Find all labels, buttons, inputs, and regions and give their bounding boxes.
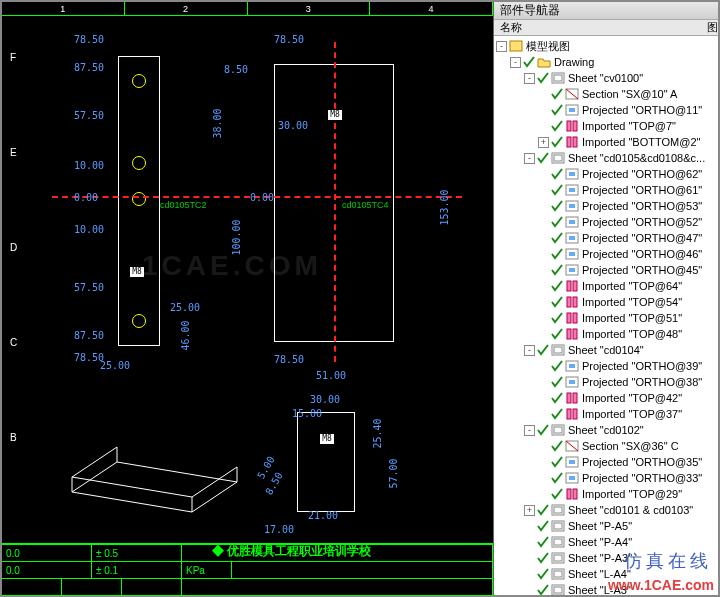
proj-icon: [565, 376, 579, 388]
tree-row[interactable]: Projected "ORTHO@38": [496, 374, 718, 390]
tree-row[interactable]: Projected "ORTHO@53": [496, 198, 718, 214]
tree-label: Sheet "cd0101 & cd0103": [568, 504, 693, 516]
tree-label: Projected "ORTHO@35": [582, 456, 702, 468]
proj-icon: [565, 168, 579, 180]
expander-icon[interactable]: -: [524, 73, 535, 84]
sheet-icon: [551, 568, 565, 580]
tree-row[interactable]: Imported "TOP@54": [496, 294, 718, 310]
check-icon[interactable]: [551, 248, 563, 260]
tree-row[interactable]: +Imported "BOTTOM@2": [496, 134, 718, 150]
proj-icon: [565, 216, 579, 228]
grid-row-label: D: [10, 242, 17, 253]
check-icon[interactable]: [551, 472, 563, 484]
tree-row[interactable]: -Sheet "cd0105&cd0108&c...: [496, 150, 718, 166]
check-icon[interactable]: [551, 168, 563, 180]
tree-row[interactable]: Imported "TOP@29": [496, 486, 718, 502]
imp-icon: [565, 328, 579, 340]
check-icon[interactable]: [537, 536, 549, 548]
check-icon[interactable]: [551, 296, 563, 308]
imp-icon: [565, 296, 579, 308]
tree-row[interactable]: Imported "TOP@37": [496, 406, 718, 422]
imp-icon: [565, 488, 579, 500]
tree-row[interactable]: Imported "TOP@64": [496, 278, 718, 294]
tree-label: Projected "ORTHO@46": [582, 248, 702, 260]
check-icon[interactable]: [537, 552, 549, 564]
check-icon[interactable]: [537, 424, 549, 436]
tree[interactable]: -模型视图-Drawing-Sheet "cv0100"Section "SX@…: [494, 36, 718, 595]
check-icon[interactable]: [551, 104, 563, 116]
tree-row[interactable]: Projected "ORTHO@47": [496, 230, 718, 246]
dim: 25.00: [100, 360, 130, 371]
check-icon[interactable]: [551, 88, 563, 100]
check-icon[interactable]: [551, 328, 563, 340]
check-icon[interactable]: [523, 56, 535, 68]
check-icon[interactable]: [551, 456, 563, 468]
sheet-icon: [551, 520, 565, 532]
tree-row[interactable]: Section "SX@36" C: [496, 438, 718, 454]
tree-row[interactable]: Section "SX@10" A: [496, 86, 718, 102]
tree-row[interactable]: Imported "TOP@48": [496, 326, 718, 342]
brand: ◆ 优胜模具工程职业培训学校: [212, 543, 371, 560]
expander-icon[interactable]: -: [496, 41, 507, 52]
tag-1: cd0105TC2: [160, 200, 207, 210]
check-icon[interactable]: [551, 360, 563, 372]
tree-row[interactable]: Imported "TOP@51": [496, 310, 718, 326]
expander-icon[interactable]: +: [538, 137, 549, 148]
sheet-icon: [551, 552, 565, 564]
proj-icon: [565, 184, 579, 196]
check-icon[interactable]: [537, 504, 549, 516]
tree-row[interactable]: Imported "TOP@42": [496, 390, 718, 406]
check-icon[interactable]: [551, 280, 563, 292]
check-icon[interactable]: [537, 344, 549, 356]
check-icon[interactable]: [551, 136, 563, 148]
grid-row-label: C: [10, 337, 17, 348]
tree-row[interactable]: Projected "ORTHO@61": [496, 182, 718, 198]
iso-view: [62, 402, 262, 522]
check-icon[interactable]: [551, 392, 563, 404]
check-icon[interactable]: [551, 408, 563, 420]
tree-label: Projected "ORTHO@11": [582, 104, 702, 116]
tree-row[interactable]: -Sheet "cd0104": [496, 342, 718, 358]
tree-row[interactable]: Projected "ORTHO@11": [496, 102, 718, 118]
expander-icon[interactable]: -: [510, 57, 521, 68]
dim: 10.00: [74, 224, 104, 235]
check-icon[interactable]: [551, 264, 563, 276]
tree-row[interactable]: -Sheet "cd0102": [496, 422, 718, 438]
check-icon[interactable]: [551, 376, 563, 388]
check-icon[interactable]: [537, 520, 549, 532]
tree-row[interactable]: Sheet "P-A5": [496, 518, 718, 534]
tree-row[interactable]: Projected "ORTHO@46": [496, 246, 718, 262]
tree-row[interactable]: -模型视图: [496, 38, 718, 54]
tree-row[interactable]: Projected "ORTHO@52": [496, 214, 718, 230]
check-icon[interactable]: [537, 568, 549, 580]
tree-row[interactable]: Projected "ORTHO@62": [496, 166, 718, 182]
expander-icon[interactable]: -: [524, 153, 535, 164]
tree-row[interactable]: +Sheet "cd0101 & cd0103": [496, 502, 718, 518]
tree-row[interactable]: -Drawing: [496, 54, 718, 70]
tree-row[interactable]: Imported "TOP@7": [496, 118, 718, 134]
tree-row[interactable]: Projected "ORTHO@35": [496, 454, 718, 470]
check-icon[interactable]: [551, 440, 563, 452]
tree-row[interactable]: Projected "ORTHO@33": [496, 470, 718, 486]
tree-row[interactable]: Projected "ORTHO@45": [496, 262, 718, 278]
expander-icon[interactable]: +: [524, 505, 535, 516]
navigator-panel[interactable]: 部件导航器 名称 图 -模型视图-Drawing-Sheet "cv0100"S…: [494, 2, 718, 595]
check-icon[interactable]: [551, 232, 563, 244]
check-icon[interactable]: [551, 200, 563, 212]
tree-row[interactable]: Projected "ORTHO@39": [496, 358, 718, 374]
tree-row[interactable]: Sheet "P-A4": [496, 534, 718, 550]
check-icon[interactable]: [537, 584, 549, 595]
expander-icon[interactable]: -: [524, 345, 535, 356]
check-icon[interactable]: [537, 152, 549, 164]
tree-row[interactable]: -Sheet "cv0100": [496, 70, 718, 86]
tree-label: Imported "TOP@7": [582, 120, 676, 132]
check-icon[interactable]: [551, 120, 563, 132]
cad-viewport[interactable]: 1234 M8 M8 cd0105TC2 cd0105TC4 78.5087.5…: [2, 2, 494, 595]
check-icon[interactable]: [551, 488, 563, 500]
check-icon[interactable]: [551, 216, 563, 228]
check-icon[interactable]: [551, 312, 563, 324]
check-icon[interactable]: [551, 184, 563, 196]
expander-icon[interactable]: -: [524, 425, 535, 436]
tree-label: Imported "TOP@51": [582, 312, 682, 324]
check-icon[interactable]: [537, 72, 549, 84]
